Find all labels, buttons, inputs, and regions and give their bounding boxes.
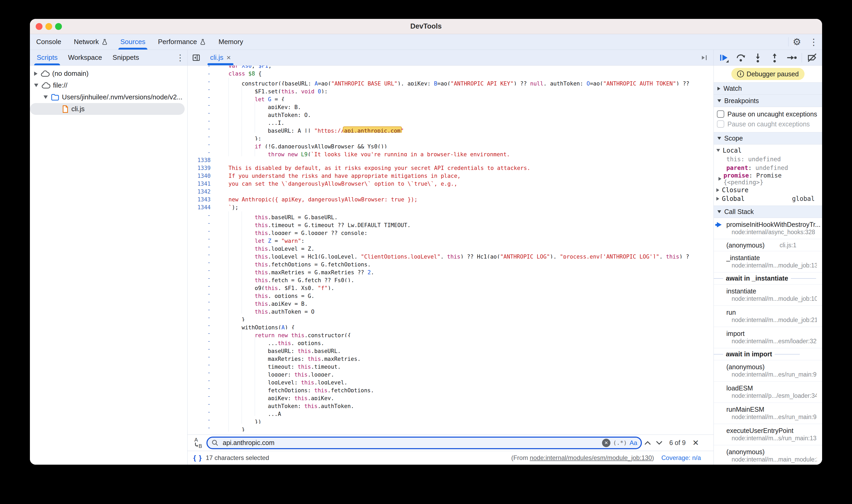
scope-parent[interactable]: parent: undefined bbox=[714, 163, 822, 172]
step-into-button[interactable] bbox=[750, 51, 766, 64]
chevron-down-icon[interactable] bbox=[43, 95, 48, 99]
coverage-link[interactable]: Coverage: n/a bbox=[661, 454, 701, 462]
code-line[interactable]: 1340If you understand the risks and have… bbox=[188, 172, 713, 180]
call-stack-frame[interactable]: runMainESMnode:internal/m...es/run_main:… bbox=[714, 403, 822, 424]
call-stack-frame[interactable]: runnode:internal/m...module_job:214 bbox=[714, 306, 822, 327]
tab-sources[interactable]: Sources bbox=[114, 34, 152, 50]
code-line[interactable]: -maxRetries: this.maxRetries, bbox=[188, 353, 713, 361]
chevron-right-icon[interactable] bbox=[34, 72, 37, 76]
line-number[interactable]: - bbox=[188, 369, 214, 377]
code-line[interactable]: -...I, bbox=[188, 117, 713, 125]
search-input[interactable] bbox=[222, 439, 602, 447]
code-line[interactable]: -this.logLevel = Hc1(G.logLevel, "Client… bbox=[188, 251, 713, 258]
code-line[interactable]: -this.logger = G.logger ?? console; bbox=[188, 227, 713, 235]
code-line[interactable]: -var Xs0, $F1; bbox=[188, 66, 713, 70]
line-number[interactable]: - bbox=[188, 101, 214, 109]
tree-item-cli-js[interactable]: cli.js bbox=[30, 103, 185, 115]
call-stack-frame[interactable]: promiseInitHookWithDestroyTr...node:inte… bbox=[714, 218, 822, 239]
line-number[interactable]: - bbox=[188, 258, 214, 266]
minimize-window-button[interactable] bbox=[46, 23, 52, 30]
line-number[interactable]: - bbox=[188, 313, 214, 322]
line-number[interactable]: - bbox=[188, 70, 214, 78]
pause-on-uncaught-exceptions[interactable]: Pause on uncaught exceptions bbox=[714, 109, 822, 119]
deactivate-breakpoints-button[interactable] bbox=[804, 51, 820, 64]
chevron-right-icon[interactable] bbox=[718, 177, 721, 181]
line-number[interactable]: - bbox=[188, 125, 214, 133]
line-number[interactable]: 1343 bbox=[188, 196, 214, 203]
chevron-down-icon[interactable] bbox=[716, 149, 720, 152]
tab-network[interactable]: Network bbox=[67, 34, 114, 50]
call-stack-frame[interactable]: importnode:internal/m...esm/loader:329 bbox=[714, 327, 822, 348]
code-line[interactable]: -authToken: this.authToken, bbox=[188, 400, 713, 408]
chevron-down-icon[interactable] bbox=[34, 84, 38, 87]
zoom-window-button[interactable] bbox=[55, 23, 62, 30]
code-line[interactable]: -this.fetch = G.fetch ?? Fs0(), bbox=[188, 274, 713, 282]
line-number[interactable]: - bbox=[188, 86, 214, 93]
line-number[interactable]: - bbox=[188, 377, 214, 384]
tab-scripts[interactable]: Scripts bbox=[32, 50, 63, 65]
line-number[interactable]: - bbox=[188, 345, 214, 353]
line-number[interactable]: - bbox=[188, 290, 214, 298]
code-line[interactable]: -constructor({baseURL: A=ao("ANTHROPIC_B… bbox=[188, 78, 713, 86]
tab-memory[interactable]: Memory bbox=[212, 34, 249, 50]
code-line[interactable]: -authToken: Q, bbox=[188, 109, 713, 117]
navigator-menu-button[interactable]: ⋮ bbox=[173, 50, 187, 65]
editor-tab-cli-js[interactable]: cli.js × bbox=[205, 50, 236, 65]
next-match-button[interactable] bbox=[653, 440, 665, 445]
line-number[interactable]: - bbox=[188, 282, 214, 290]
section-watch[interactable]: Watch bbox=[714, 82, 822, 95]
regex-toggle-icon[interactable]: (.*) bbox=[613, 439, 627, 446]
checkbox-unchecked-icon[interactable] bbox=[717, 110, 724, 118]
line-number[interactable]: - bbox=[188, 384, 214, 392]
code-line[interactable]: -this.fetchOptions = G.fetchOptions, bbox=[188, 258, 713, 266]
close-tab-icon[interactable]: × bbox=[227, 54, 231, 62]
section-call-stack[interactable]: Call Stack bbox=[714, 205, 822, 218]
previous-match-button[interactable] bbox=[642, 440, 653, 445]
from-location-link[interactable]: node:internal/modules/esm/module_job:130 bbox=[530, 454, 652, 461]
call-stack-frame[interactable]: executeUserEntryPointnode:internal/m...s… bbox=[714, 424, 822, 445]
code-line[interactable]: -fetchOptions: this.fetchOptions, bbox=[188, 384, 713, 392]
line-number[interactable]: - bbox=[188, 78, 214, 86]
pretty-print-icon[interactable]: { } bbox=[193, 454, 202, 462]
hide-navigator-button[interactable] bbox=[188, 50, 205, 65]
tab-workspace[interactable]: Workspace bbox=[63, 50, 107, 65]
code-line[interactable]: 1338 bbox=[188, 156, 713, 164]
code-line[interactable]: -$F1.set(this, void 0); bbox=[188, 86, 713, 93]
line-number[interactable]: - bbox=[188, 219, 214, 227]
code-line[interactable]: -class $8 { bbox=[188, 70, 713, 78]
line-number[interactable]: 1341 bbox=[188, 180, 214, 188]
call-stack-frame[interactable]: instantiatenode:internal/m...module_job:… bbox=[714, 285, 822, 306]
code-line[interactable]: -let Z = "warn"; bbox=[188, 235, 713, 243]
code-line[interactable]: -o9(this, $F1, Xs0, "f"), bbox=[188, 282, 713, 290]
code-line[interactable]: -this.baseURL = G.baseURL, bbox=[188, 211, 713, 219]
clear-search-icon[interactable]: ✕ bbox=[602, 439, 610, 447]
line-number[interactable]: - bbox=[188, 211, 214, 219]
code-line[interactable]: -}; bbox=[188, 133, 713, 141]
devtools-menu-button[interactable]: ⋮ bbox=[805, 34, 822, 50]
line-number[interactable]: - bbox=[188, 361, 214, 369]
call-stack-frame[interactable]: (anonymous)cli.js:1 bbox=[714, 239, 822, 251]
code-line[interactable]: -apiKey: this.apiKey, bbox=[188, 392, 713, 400]
section-scope[interactable]: Scope bbox=[714, 132, 822, 144]
line-number[interactable]: - bbox=[188, 117, 214, 125]
code-line[interactable]: -} bbox=[188, 424, 713, 432]
scope-global[interactable]: Global global bbox=[714, 194, 822, 203]
line-number[interactable]: - bbox=[188, 141, 214, 148]
line-number[interactable]: - bbox=[188, 392, 214, 400]
code-line[interactable]: -baseURL: A || "https://api.anthropic.co… bbox=[188, 125, 713, 133]
match-case-toggle[interactable]: Aa bbox=[629, 439, 637, 447]
line-number[interactable]: - bbox=[188, 109, 214, 117]
code-line[interactable]: 1339This is disabled by default, as it r… bbox=[188, 164, 713, 172]
code-line[interactable]: 1342 bbox=[188, 188, 713, 196]
line-number[interactable]: - bbox=[188, 322, 214, 329]
code-line[interactable]: -if (!G.dangerouslyAllowBrowser && Ys0()… bbox=[188, 141, 713, 148]
code-line[interactable]: -throw new L9(`It looks like you're runn… bbox=[188, 148, 713, 156]
scope-this[interactable]: this: undefined bbox=[714, 155, 822, 163]
tree-item-folder[interactable]: Users/jinhuilee/.nvm/versions/node/v2... bbox=[30, 91, 185, 103]
line-number[interactable]: - bbox=[188, 251, 214, 258]
call-stack-frame[interactable]: loadESMnode:internal/p.../esm_loader:34 bbox=[714, 381, 822, 403]
line-number[interactable]: - bbox=[188, 133, 214, 141]
line-number[interactable]: - bbox=[188, 416, 214, 424]
code-line[interactable]: -timeout: this.timeout, bbox=[188, 361, 713, 369]
tab-console[interactable]: Console bbox=[30, 34, 67, 50]
